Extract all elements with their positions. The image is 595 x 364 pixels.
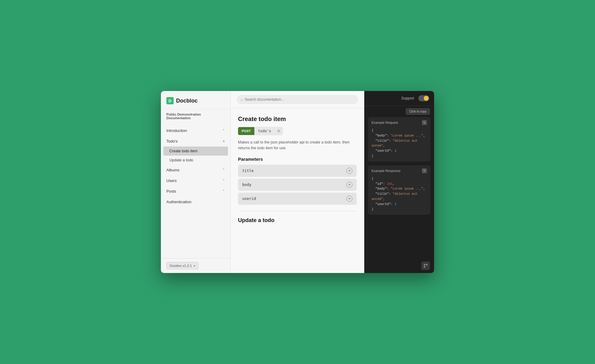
click-to-copy-button[interactable]: Click to copy xyxy=(406,108,430,115)
example-response-code: { "id": 101, "body": "Lorem ipsum ...", … xyxy=(372,176,427,212)
version-chevron-icon: ▾ xyxy=(194,264,195,268)
param-row-body: body + xyxy=(238,179,357,191)
param-expand-title[interactable]: + xyxy=(346,168,352,174)
sidebar-item-authentication[interactable]: Authentication xyxy=(161,197,230,207)
code-line: "userId": 1 xyxy=(372,202,427,207)
theme-toggle-knob xyxy=(424,96,429,101)
support-link[interactable]: Support xyxy=(401,96,414,100)
param-name-userid: userid xyxy=(242,196,256,201)
sidebar-item-posts[interactable]: Posts ⌃ xyxy=(161,186,230,197)
chevron-down-icon: ⌃ xyxy=(222,129,225,133)
search-input[interactable] xyxy=(245,97,354,102)
right-panel-topbar: Support xyxy=(364,91,434,106)
svg-rect-0 xyxy=(424,264,425,265)
sidebar-subtitle: Public Demonstration Documentation xyxy=(161,110,230,124)
example-request-title: Example Request xyxy=(372,121,398,124)
chevron-up-icon: ∧ xyxy=(223,139,225,143)
endpoint-title: Create todo item xyxy=(238,116,357,123)
logo-icon: D xyxy=(166,97,174,104)
version-selector[interactable]: Docbloc v1.2.1 ▾ xyxy=(166,262,199,269)
param-expand-userid[interactable]: + xyxy=(346,196,352,202)
svg-rect-2 xyxy=(424,266,425,268)
param-name-body: body xyxy=(242,182,251,187)
chevron-down-icon: ⌃ xyxy=(222,189,225,193)
endpoint-path: todo's xyxy=(254,127,275,135)
sidebar-header: D Docbloc xyxy=(161,91,230,110)
code-line: "body": "Lorem ipsum ...", xyxy=(372,133,427,138)
search-bar[interactable]: ⌕ xyxy=(237,95,358,104)
right-panel: Support Click to copy Example Request ✎ … xyxy=(364,91,434,273)
endpoint-description: Makes a call to the json placeholder api… xyxy=(238,140,357,151)
example-request-card: Example Request ✎ { "body": "Lorem ipsum… xyxy=(368,117,430,162)
footer-logo-icon xyxy=(421,261,430,270)
param-row-title: title + xyxy=(238,165,357,177)
main-body: Create todo item POST todo's ⎘ Makes a c… xyxy=(231,108,364,231)
sidebar-item-introduction[interactable]: Introduction ⌃ xyxy=(161,125,230,136)
sidebar-nav: Introduction ⌃ Todo's ∧ Create todo item… xyxy=(161,124,230,258)
params-title: Parameters xyxy=(238,157,357,162)
edit-icon[interactable]: ✎ xyxy=(422,168,427,173)
right-panel-footer xyxy=(364,258,434,273)
method-badge: POST xyxy=(238,127,254,135)
main-content: ⌕ Create todo item POST todo's ⎘ Makes a… xyxy=(231,91,364,273)
code-line: { xyxy=(372,128,427,133)
param-name-title: title xyxy=(242,168,254,173)
param-expand-body[interactable]: + xyxy=(346,182,352,188)
code-line: } xyxy=(372,207,427,212)
code-line: "title": "delectus aut autem", xyxy=(372,138,427,149)
example-response-card: Example Responce ✎ { "id": 101, "body": … xyxy=(368,165,430,215)
code-line: "id": 101, xyxy=(372,181,427,187)
code-line: } xyxy=(372,153,427,159)
sidebar-item-todos[interactable]: Todo's ∧ xyxy=(161,136,230,147)
svg-rect-1 xyxy=(426,264,427,265)
search-icon: ⌕ xyxy=(241,97,243,102)
method-bar: POST todo's ⎘ xyxy=(238,127,283,135)
param-row-userid: userid + xyxy=(238,193,357,205)
app-window: D Docbloc Public Demonstration Documenta… xyxy=(161,91,434,273)
chevron-down-icon: ⌃ xyxy=(222,168,225,172)
example-request-code: { "body": "Lorem ipsum ...", "title": "d… xyxy=(372,128,427,159)
bottom-section-title: Update a todo xyxy=(238,217,357,224)
example-response-title: Example Responce xyxy=(372,169,400,173)
section-divider xyxy=(238,211,357,211)
code-line: { xyxy=(372,176,427,181)
click-to-copy-bar: Click to copy xyxy=(364,106,434,115)
sidebar-item-create-todo[interactable]: Create todo item xyxy=(163,147,228,156)
example-request-header: Example Request ✎ xyxy=(372,120,427,125)
sidebar-item-update-todo[interactable]: Update a todo xyxy=(161,156,230,165)
code-line: "body": "Lorem ipsum ...", xyxy=(372,186,427,191)
code-line: "userId": 1 xyxy=(372,148,427,153)
sidebar-item-albums[interactable]: Albums ⌃ xyxy=(161,165,230,175)
chevron-down-icon: ⌃ xyxy=(222,179,225,183)
main-header: ⌕ xyxy=(231,91,364,108)
copy-icon[interactable]: ⎘ xyxy=(275,127,283,135)
theme-toggle[interactable] xyxy=(418,95,429,101)
sidebar-footer: Docbloc v1.2.1 ▾ xyxy=(161,258,230,273)
sidebar: D Docbloc Public Demonstration Documenta… xyxy=(161,91,231,273)
sidebar-item-users[interactable]: Users ⌃ xyxy=(161,175,230,186)
example-response-header: Example Responce ✎ xyxy=(372,168,427,173)
code-line: "title": "delectus aut autem", xyxy=(372,191,427,202)
app-name: Docbloc xyxy=(176,98,198,104)
edit-icon[interactable]: ✎ xyxy=(422,120,427,125)
